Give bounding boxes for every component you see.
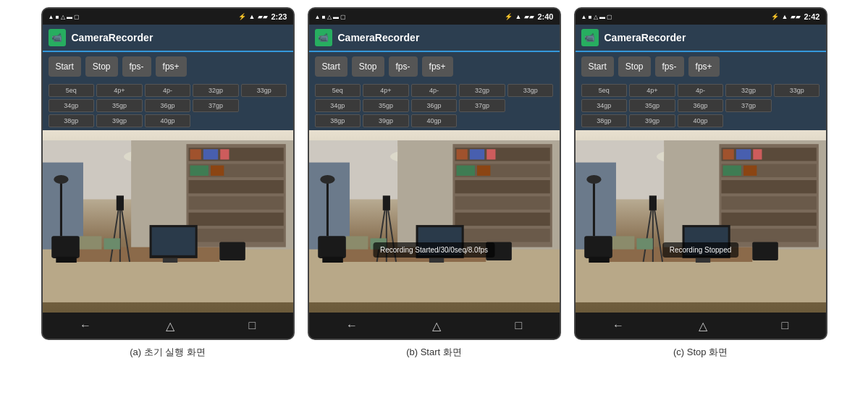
fps-cell-4p+[interactable]: 4p+ (363, 84, 409, 97)
fps-cell-32gp[interactable]: 32gp (459, 84, 505, 97)
notification-icon: ▲ ■ △ ▬ ▢ (49, 14, 80, 20)
app-icon: 📹 (49, 29, 66, 46)
svg-rect-87 (695, 258, 709, 263)
fps-cell-5eq[interactable]: 5eq (581, 84, 628, 97)
fps-cell-34gp[interactable]: 34gp (581, 99, 628, 112)
svg-rect-78 (736, 149, 750, 159)
wifi-icon: ▲ (515, 13, 522, 20)
camera-view (43, 130, 293, 313)
svg-rect-42 (455, 213, 549, 226)
svg-rect-77 (722, 149, 733, 159)
fps-cell-32gp[interactable]: 32gp (725, 84, 772, 97)
toolbar-btn-fps[interactable]: fps+ (156, 56, 187, 77)
svg-rect-75 (721, 213, 816, 226)
toolbar-btn-start[interactable]: Start (581, 56, 614, 77)
svg-rect-56 (322, 257, 342, 263)
fps-cell-37gp[interactable]: 37gp (725, 99, 772, 112)
home-icon[interactable]: △ (432, 319, 441, 333)
fps-cell-40gp[interactable]: 40gp (411, 114, 458, 127)
fps-cell-37gp[interactable]: 37gp (459, 99, 505, 112)
app-icon: 📹 (315, 29, 332, 46)
app-header: 📹 CameraRecorder (43, 25, 293, 52)
svg-rect-71 (721, 148, 816, 161)
fps-cell-33gp[interactable]: 33gp (507, 84, 554, 97)
svg-rect-20 (151, 227, 195, 255)
status-bar-right: ⚡ ▲ ▰▰ 2:23 (238, 12, 287, 21)
fps-cell-33gp[interactable]: 33gp (774, 84, 820, 97)
fps-cell-40gp[interactable]: 40gp (145, 114, 191, 127)
fps-cell-34gp[interactable]: 34gp (49, 99, 95, 112)
svg-rect-9 (188, 213, 283, 226)
status-time: 2:23 (271, 12, 287, 21)
fps-cell-33gp[interactable]: 33gp (241, 84, 287, 97)
fps-cell-37gp[interactable]: 37gp (193, 99, 239, 112)
fps-cell-38gp[interactable]: 38gp (581, 114, 628, 127)
fps-cell-38gp[interactable]: 38gp (315, 114, 361, 127)
svg-rect-46 (486, 149, 495, 159)
toolbar-btn-start[interactable]: Start (49, 56, 81, 77)
toolbar-btn-fps[interactable]: fps- (122, 56, 151, 77)
battery-icon: ▰▰ (258, 13, 268, 20)
fps-cell-4p-[interactable]: 4p- (411, 84, 458, 97)
fps-cell-empty (241, 114, 287, 127)
fps-cell-5eq[interactable]: 5eq (315, 84, 361, 97)
back-icon[interactable]: ← (346, 319, 358, 332)
fps-cell-35gp[interactable]: 35gp (363, 99, 409, 112)
svg-rect-11 (190, 149, 201, 159)
signal-icon: ⚡ (771, 13, 779, 20)
nav-bar: ←△□ (309, 313, 560, 339)
toolbar-btn-fps[interactable]: fps+ (688, 56, 720, 77)
toolbar-btn-fps[interactable]: fps+ (422, 56, 453, 77)
back-icon[interactable]: ← (80, 319, 91, 332)
camera-scene (43, 130, 293, 313)
svg-rect-10 (188, 229, 283, 242)
overlay-badge: Recording Stopped (662, 242, 739, 258)
toolbar-btn-stop[interactable]: Stop (618, 56, 651, 77)
fps-cell-35gp[interactable]: 35gp (629, 99, 675, 112)
fps-cell-4p-[interactable]: 4p- (145, 84, 191, 97)
fps-cell-32gp[interactable]: 32gp (193, 84, 239, 97)
fps-cell-4p+[interactable]: 4p+ (96, 84, 143, 97)
fps-cell-4p-[interactable]: 4p- (678, 84, 724, 97)
svg-point-65 (320, 175, 334, 184)
toolbar-btn-fps[interactable]: fps- (389, 56, 418, 77)
fps-cell-34gp[interactable]: 34gp (315, 99, 361, 112)
svg-rect-38 (455, 148, 549, 161)
fps-cell-38gp[interactable]: 38gp (49, 114, 95, 127)
toolbar-btn-stop[interactable]: Stop (85, 56, 118, 77)
recents-icon[interactable]: □ (248, 319, 256, 332)
caption-2: (c) Stop 화면 (673, 346, 728, 359)
fps-cell-35gp[interactable]: 35gp (96, 99, 143, 112)
status-time: 2:40 (537, 12, 553, 21)
fps-cell-40gp[interactable]: 40gp (678, 114, 724, 127)
fps-cell-39gp[interactable]: 39gp (629, 114, 675, 127)
status-bar-left: ▲ ■ △ ▬ ▢ (49, 14, 80, 20)
fps-cell-36gp[interactable]: 36gp (145, 99, 191, 112)
fps-cell-4p+[interactable]: 4p+ (629, 84, 675, 97)
caption-1: (b) Start 화면 (406, 346, 462, 359)
screenshot-screen-initial: ▲ ■ △ ▬ ▢ ⚡ ▲ ▰▰ 2:23 📹 CameraRecorder S… (41, 7, 295, 359)
svg-rect-54 (429, 258, 443, 263)
battery-icon: ▰▰ (791, 13, 801, 20)
back-icon[interactable]: ← (612, 319, 624, 332)
home-icon[interactable]: △ (699, 319, 707, 333)
wifi-icon: ▲ (249, 13, 256, 20)
fps-cell-36gp[interactable]: 36gp (678, 99, 724, 112)
recents-icon[interactable]: □ (515, 319, 522, 332)
svg-rect-73 (721, 180, 816, 193)
nav-bar: ←△□ (43, 313, 293, 339)
fps-cell-5eq[interactable]: 5eq (49, 84, 95, 97)
home-icon[interactable]: △ (166, 319, 174, 333)
toolbar-btn-fps[interactable]: fps- (655, 56, 684, 77)
camera-scene: Recording Stopped (576, 130, 826, 313)
fps-cell-36gp[interactable]: 36gp (411, 99, 458, 112)
toolbar: StartStopfps-fps+ (43, 52, 293, 81)
fps-cell-39gp[interactable]: 39gp (363, 114, 409, 127)
svg-rect-74 (721, 196, 816, 209)
toolbar-btn-start[interactable]: Start (315, 56, 347, 77)
recents-icon[interactable]: □ (781, 319, 788, 332)
fps-cell-empty (774, 99, 820, 112)
toolbar-btn-stop[interactable]: Stop (352, 56, 384, 77)
svg-rect-47 (456, 166, 474, 176)
fps-cell-39gp[interactable]: 39gp (96, 114, 143, 127)
